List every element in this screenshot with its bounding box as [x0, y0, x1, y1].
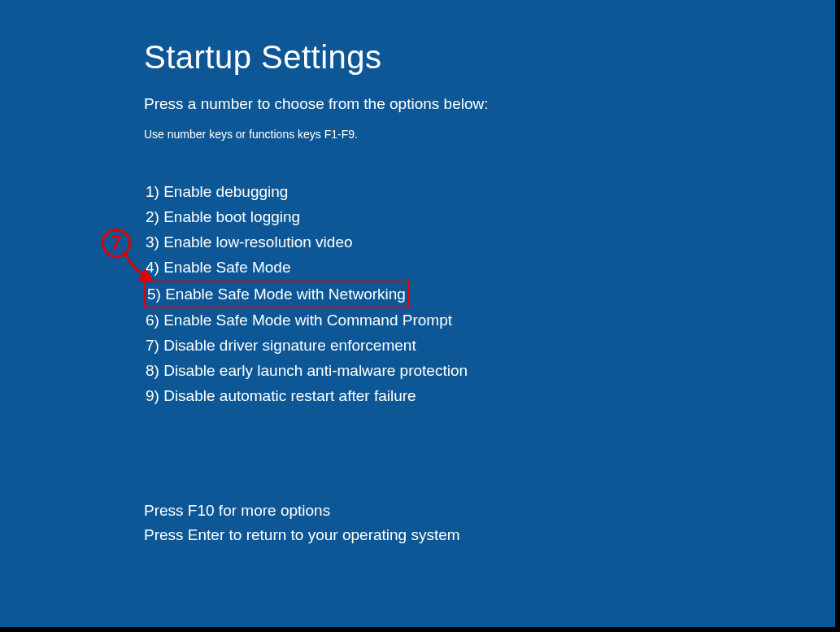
option-2[interactable]: 2) Enable boot logging — [144, 205, 302, 229]
option-6[interactable]: 6) Enable Safe Mode with Command Prompt — [144, 308, 454, 333]
option-1[interactable]: 1) Enable debugging — [144, 180, 289, 204]
hint-text: Use number keys or functions keys F1-F9. — [144, 128, 835, 141]
option-5[interactable]: 5) Enable Safe Mode with Networking — [144, 281, 409, 308]
footer-more-options: Press F10 for more options — [144, 499, 835, 523]
option-9[interactable]: 9) Disable automatic restart after failu… — [144, 384, 418, 408]
startup-settings-screen: Startup Settings Press a number to choos… — [0, 0, 835, 547]
page-title: Startup Settings — [144, 39, 835, 76]
option-4[interactable]: 4) Enable Safe Mode — [144, 255, 293, 280]
footer-return: Press Enter to return to your operating … — [144, 523, 835, 547]
subtitle: Press a number to choose from the option… — [144, 95, 835, 113]
option-8[interactable]: 8) Disable early launch anti-malware pro… — [144, 359, 469, 383]
option-3[interactable]: 3) Enable low-resolution video — [144, 230, 355, 255]
options-list: 1) Enable debugging2) Enable boot loggin… — [144, 180, 835, 409]
option-7[interactable]: 7) Disable driver signature enforcement — [144, 333, 418, 358]
